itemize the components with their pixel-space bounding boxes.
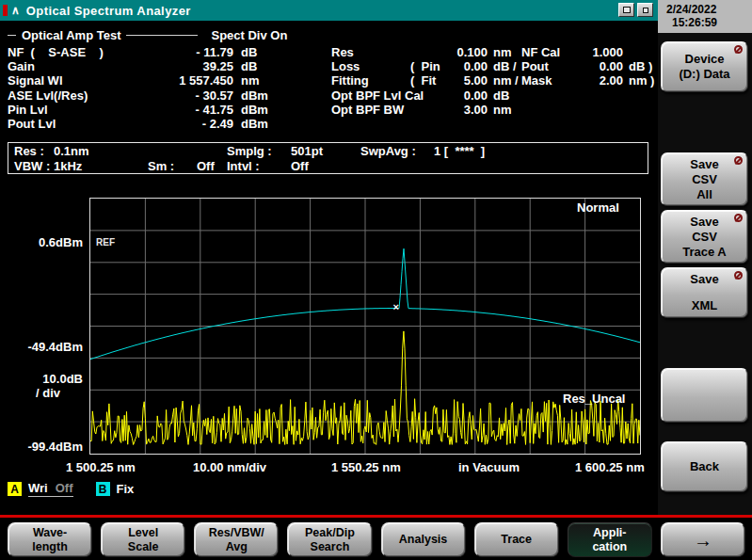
softkey-label: Back	[690, 459, 719, 474]
gain-unit: dB	[233, 59, 282, 73]
fkey-wavelength[interactable]: Wave- length	[8, 522, 92, 557]
fkey-trace[interactable]: Trace	[474, 522, 559, 557]
swpavg-val: 1 [ **** ]	[434, 144, 485, 158]
fkey-res-vbw-avg[interactable]: Res/VBW/ Avg	[194, 522, 279, 557]
caret-logo-icon: ∧	[11, 5, 20, 16]
loss-pin-label: ( Pin	[410, 59, 448, 73]
y-axis-mid-level: -49.4dBm	[15, 340, 83, 354]
swpavg-key: SwpAvg :	[360, 144, 416, 158]
ref-level-label: REF	[96, 237, 115, 248]
softkey-label: Save	[690, 215, 718, 230]
trace-a-mode: Wri	[28, 481, 48, 495]
y-axis-scale-line1: 10.0dB	[15, 372, 83, 386]
red-separator	[0, 515, 752, 518]
fkey-application[interactable]: Appli- cation	[568, 522, 652, 557]
spectrum-plot: ×	[89, 198, 641, 455]
pout-lvl-unit: dBm	[233, 117, 282, 131]
x-axis-medium: in Vacuum	[458, 460, 520, 474]
sm-val: Off	[197, 159, 215, 173]
fkey-peak-dip-search[interactable]: Peak/Dip Search	[287, 522, 372, 557]
opt-bpf-bw-unit: nm	[488, 103, 521, 117]
x-axis-center: 1 550.25 nm	[331, 460, 401, 474]
res-key: Res :	[14, 144, 44, 158]
fkey-next-menu[interactable]: →	[661, 522, 745, 557]
softkey-label: XML	[692, 298, 717, 313]
trace-b-mode: Fix	[117, 482, 135, 496]
softkey-blank[interactable]	[661, 368, 748, 423]
vbw-key: VBW :	[14, 159, 50, 173]
ase-lvl-label: ASE Lvl(/Res)	[8, 88, 141, 103]
loss-pout-unit: dB )	[623, 59, 663, 73]
trace-a-submode: Off	[56, 481, 73, 495]
divider-line	[8, 35, 16, 36]
titlebar: ∧ Optical Spectrum Analyzer	[0, 0, 658, 21]
softkey-save-csv-all[interactable]: Save CSV All	[661, 152, 748, 206]
x-axis-scale: 10.00 nm/div	[193, 460, 266, 474]
fitting-fit-unit: nm /	[488, 73, 521, 88]
pin-lvl-value: - 41.75	[141, 103, 233, 117]
time-text: 15:26:59	[666, 16, 752, 29]
res-unit: nm	[488, 45, 521, 59]
amp-test-results: NF ( S-ASE ) - 11.79 dB Gain 39.25 dB Si…	[8, 45, 282, 131]
measurement-readout: Optical Amp Test Spect Div On NF ( S-ASE…	[0, 21, 658, 141]
trace-a-badge: A	[8, 482, 22, 496]
x-axis-start: 1 500.25 nm	[66, 460, 136, 474]
write-protect-icon	[734, 156, 743, 165]
ase-lvl-unit: dBm	[233, 88, 282, 103]
date-text: 2/24/2022	[666, 3, 752, 16]
sm-key: Sm :	[148, 159, 174, 173]
loss-pin-unit: dB /	[488, 59, 521, 73]
fkey-label: Avg	[226, 540, 248, 554]
spect-div-status: Spect Div On	[211, 28, 287, 42]
fkey-label: Wave-	[33, 526, 67, 540]
res-val: 0.1nm	[54, 144, 89, 158]
maximize-icon	[643, 8, 648, 13]
function-key-bar: Wave- length Level Scale Res/VBW/ Avg Pe…	[0, 515, 752, 560]
write-protect-icon	[734, 45, 743, 54]
test-mode-title: Optical Amp Test	[22, 28, 120, 42]
nf-cal-label: NF Cal	[521, 45, 570, 59]
softkey-label: Device	[685, 52, 725, 67]
softkey-label: CSV	[692, 230, 717, 245]
x-axis-end: 1 600.25 nm	[575, 460, 645, 474]
y-axis-scale-line2: / div	[36, 386, 83, 400]
ase-lvl-value: - 30.57	[141, 88, 233, 103]
fkey-label: cation	[592, 540, 627, 554]
datetime-display: 2/24/2022 15:26:59	[658, 0, 752, 33]
right-arrow-icon: →	[694, 531, 712, 550]
write-protect-icon	[734, 214, 743, 222]
softkey-save-xml[interactable]: Save XML	[661, 267, 748, 318]
fitting-mask-value: 2.00	[570, 73, 623, 88]
fkey-label: Peak/Dip	[305, 526, 355, 540]
fkey-analysis[interactable]: Analysis	[381, 522, 466, 557]
measurement-header: Optical Amp Test Spect Div On	[8, 28, 287, 41]
gain-value: 39.25	[141, 59, 233, 73]
fitting-label: Fitting	[331, 73, 410, 88]
spacer	[410, 103, 448, 117]
analysis-settings: Res 0.100 nm NF Cal 1.000 Loss ( Pin 0.0…	[331, 45, 663, 117]
fkey-label: Search	[311, 540, 350, 554]
smplg-key: Smplg :	[227, 144, 272, 158]
trace-a-modes: Wri Off	[28, 481, 73, 497]
softkey-panel: 2/24/2022 15:26:59 Device (D:) Data Save…	[658, 0, 752, 515]
res-label: Res	[331, 45, 410, 59]
spectrum-svg: ×	[90, 199, 640, 454]
loss-pin-value: 0.00	[448, 59, 488, 73]
fkey-label: length	[32, 540, 68, 554]
restore-window-button[interactable]	[618, 3, 634, 17]
nf-value: - 11.79	[141, 45, 233, 59]
nf-unit: dB	[233, 45, 282, 59]
fkey-level-scale[interactable]: Level Scale	[101, 522, 185, 557]
fitting-fit-value: 5.00	[448, 73, 488, 88]
trace-status: A Wri Off B Fix	[8, 481, 134, 497]
softkey-label: Save	[690, 272, 718, 287]
peak-marker: ×	[392, 301, 398, 312]
softkey-label: Save	[690, 157, 718, 172]
softkey-back[interactable]: Back	[661, 441, 748, 492]
softkey-save-csv-trace-a[interactable]: Save CSV Trace A	[661, 210, 748, 264]
pout-lvl-label: Pout Lvl	[8, 117, 141, 131]
window-title: Optical Spectrum Analyzer	[26, 4, 191, 18]
loss-pout-value: 0.00	[570, 59, 623, 73]
softkey-device[interactable]: Device (D:) Data	[661, 41, 748, 92]
maximize-window-button[interactable]	[637, 3, 653, 17]
